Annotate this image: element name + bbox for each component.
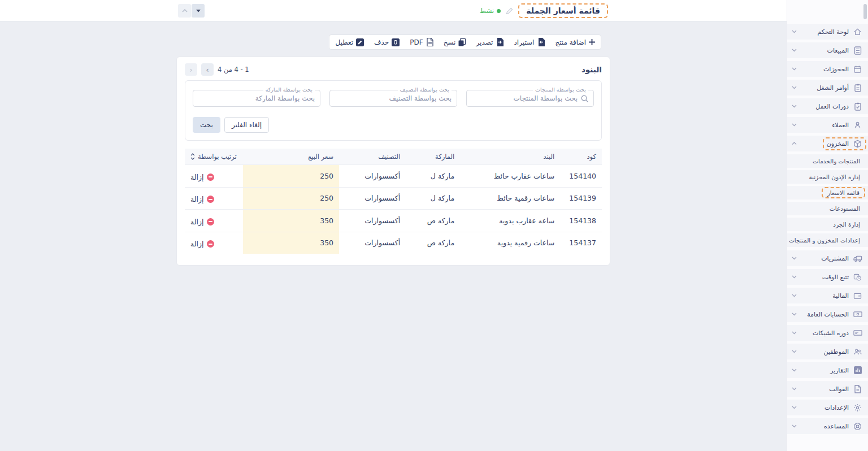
export-button[interactable]: تصدير [476, 38, 504, 46]
remove-button[interactable]: إزالة [190, 240, 214, 248]
table-row: 154140 ساعات عقارب حائط ماركة ل أكسسوارا… [185, 165, 602, 188]
sidebar-item-general-accounts[interactable]: الحسابات العامة [787, 306, 868, 322]
gear-icon [853, 404, 862, 412]
chevron-up-icon[interactable] [178, 4, 191, 18]
pencil-square-icon [356, 38, 364, 46]
search-brand-field[interactable]: بحث بواسطة الماركة [193, 90, 320, 107]
brand-cell: ماركة ص [406, 210, 460, 232]
edit-title-icon[interactable] [506, 7, 513, 15]
clear-filter-button[interactable]: إلغاء الفلتر [224, 117, 269, 133]
table-header-row: كود البند الماركة التصنيف سعر البيع ترتي… [185, 149, 602, 165]
code-cell: 154137 [560, 232, 602, 254]
chevron-down-icon [792, 86, 797, 89]
header-brand: الماركة [406, 149, 460, 165]
header-sort[interactable]: ترتيب بواسطة [185, 149, 243, 165]
submenu-item-stocktaking[interactable]: إدارة الجرد [787, 218, 868, 231]
table-row: 154138 ساعة عقارب يدوية ماركة ص أكسسوارا… [185, 210, 602, 232]
chevron-down-icon [792, 105, 797, 108]
lifebuoy-icon [853, 422, 862, 431]
truck-icon [853, 255, 862, 262]
price-cell: 250 [243, 187, 339, 210]
sidebar-item-work-cycles[interactable]: دورات العمل [787, 98, 868, 114]
add-product-button[interactable]: اضافة منتج [555, 38, 595, 46]
remove-button[interactable]: إزالة [190, 173, 214, 181]
price-cell: 350 [243, 232, 339, 254]
inventory-submenu: المنتجات والخدمات إدارة الإذون المخزنية … [787, 154, 868, 247]
clipboard-icon [853, 84, 862, 92]
sidebar-item-sales[interactable]: المبيعات [787, 42, 868, 58]
items-section-title: البنود [581, 65, 602, 74]
home-icon [853, 28, 862, 36]
brand-cell: ماركة ص [406, 232, 460, 254]
sidebar-item-purchases[interactable]: المشتريات [787, 250, 868, 266]
chevron-down-icon [792, 387, 797, 391]
sidebar-item-employees[interactable]: الموظفين [787, 344, 868, 359]
copy-button[interactable]: نسخ [444, 38, 466, 46]
disable-button[interactable]: تعطيل [335, 38, 364, 46]
chevron-down-icon [792, 406, 797, 409]
page-title: قائمة أسعار الجملة [518, 3, 608, 18]
sidebar-item-reports[interactable]: التقارير [787, 362, 868, 378]
submenu-item-stock-permits[interactable]: إدارة الإذون المخزنية [787, 170, 868, 184]
sidebar-item-time-tracking[interactable]: تتبع الوقت [787, 269, 868, 285]
search-products-input[interactable] [472, 94, 578, 102]
chevron-down-icon [792, 331, 797, 335]
scrollbar-thumb[interactable] [863, 4, 867, 19]
category-cell: أكسسوارات [339, 165, 406, 188]
sidebar-item-checks-cycle[interactable]: دوره الشيكات [787, 325, 868, 341]
status-dot-icon [497, 9, 501, 13]
code-cell: 154140 [560, 165, 602, 188]
record-nav-buttons [178, 4, 205, 18]
chevron-down-icon[interactable] [192, 4, 205, 18]
minus-circle-icon [207, 218, 214, 226]
pagination-prev-button[interactable]: ‹ [185, 63, 197, 76]
submenu-item-products-services[interactable]: المنتجات والخدمات [787, 154, 868, 168]
chevron-down-icon [792, 294, 797, 297]
pagination: 1 - 4 من 4 › ‹ [185, 63, 249, 76]
search-button[interactable]: بحث [193, 117, 220, 133]
wallet-icon [853, 292, 862, 300]
sidebar-item-customers[interactable]: العملاء [787, 117, 868, 133]
submenu-item-price-list[interactable]: قائمه الاسعار [787, 186, 868, 200]
sidebar-item-work-orders[interactable]: أوامر الشغل [787, 80, 868, 96]
minus-circle-icon [207, 240, 214, 248]
top-bar: قائمة أسعار الجملة نشط [0, 0, 787, 21]
main-content: اضافة منتج استيراد تصدير نسخ PDF [0, 21, 787, 451]
remove-button[interactable]: إزالة [190, 195, 214, 203]
trash-icon [392, 38, 400, 46]
header-code: كود [560, 149, 602, 165]
users-icon [853, 121, 862, 129]
header-category: التصنيف [339, 149, 406, 165]
pdf-button[interactable]: PDF [410, 38, 433, 46]
import-button[interactable]: استيراد [510, 36, 549, 49]
remove-button[interactable]: إزالة [190, 218, 214, 226]
delete-button[interactable]: حذف [374, 38, 400, 46]
chevron-down-icon [792, 424, 797, 428]
search-category-field[interactable]: بحث بواسطة التصنيف [329, 90, 457, 107]
search-products-field[interactable]: بحث بواسطة المنتجات [466, 90, 594, 107]
sidebar-item-help[interactable]: المساعده [787, 418, 868, 434]
pdf-file-icon [426, 38, 433, 46]
sidebar-item-settings[interactable]: الإعدادات [787, 400, 868, 415]
category-cell: أكسسوارات [339, 187, 406, 210]
submenu-item-warehouses[interactable]: المستودعات [787, 202, 868, 215]
sidebar-item-inventory[interactable]: المخزون [787, 136, 868, 151]
plus-icon [589, 39, 595, 45]
sidebar-item-templates[interactable]: القوالب [787, 381, 868, 397]
price-list-card: البنود 1 - 4 من 4 › ‹ بحث بواسطة المنتجا… [176, 57, 610, 266]
clipboard-check-icon [853, 102, 862, 111]
submenu-item-inventory-settings[interactable]: إعدادات المخزون و المنتجات [787, 233, 868, 247]
pagination-count: 1 - 4 من 4 [218, 66, 249, 73]
item-cell: ساعة عقارب يدوية [460, 210, 560, 232]
document-icon [853, 385, 862, 393]
sidebar-item-finance[interactable]: المالية [787, 288, 868, 303]
search-brand-input[interactable] [198, 94, 315, 102]
clock-icon [853, 273, 862, 281]
category-cell: أكسسوارات [339, 232, 406, 254]
chevron-down-icon [792, 123, 797, 127]
search-category-input[interactable] [335, 94, 452, 102]
pagination-next-button[interactable]: › [201, 63, 214, 76]
chevron-down-icon [792, 368, 797, 372]
sidebar-item-reservations[interactable]: الحجوزات [787, 61, 868, 77]
sidebar-item-dashboard[interactable]: لوحة التحكم [787, 24, 868, 40]
